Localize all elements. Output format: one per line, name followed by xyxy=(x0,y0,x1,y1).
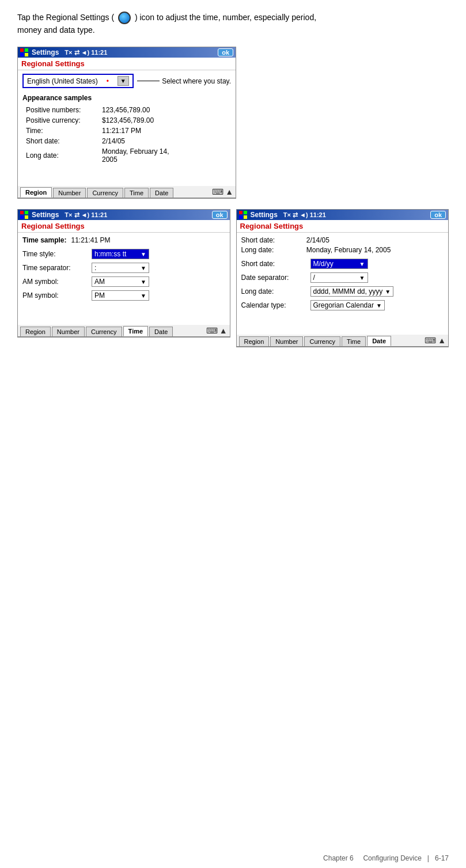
intro-paragraph: Tap the Regional Settings ( ) icon to ad… xyxy=(17,12,449,36)
long-date-sample-label: Long date: xyxy=(241,246,305,254)
am-symbol-dropdown[interactable]: AM ▼ xyxy=(92,276,149,287)
time-window: Settings T× ⇄ ◄) 11:21 ok Regional Setti… xyxy=(17,209,230,338)
calendar-type-dropdown[interactable]: Gregorian Calendar ▼ xyxy=(310,300,385,310)
val-long-date: Monday, February 14,2005 xyxy=(100,147,230,164)
tab-currency[interactable]: Currency xyxy=(87,188,123,198)
time-sep-dropdown[interactable]: : ▼ xyxy=(92,263,149,273)
keyboard-icon3[interactable]: ⌨ xyxy=(425,336,436,345)
label-time: Time: xyxy=(24,126,98,135)
svg-rect-1 xyxy=(25,48,28,52)
am-arrow-icon: ▼ xyxy=(141,279,146,285)
am-symbol-value: AM xyxy=(94,278,105,286)
time-style-dropdown[interactable]: h:mm:ss tt ▼ xyxy=(92,249,149,259)
date-tabs-bar: Region Number Currency Time Date ⌨ ▲ xyxy=(237,335,449,347)
time-section-title: Regional Settings xyxy=(18,220,230,233)
bottom-windows: Settings T× ⇄ ◄) 11:21 ok Regional Setti… xyxy=(17,209,449,353)
page-footer: Chapter 6 Configuring Device | 6-17 xyxy=(323,854,449,862)
tab-region[interactable]: Region xyxy=(20,187,52,198)
svg-rect-5 xyxy=(25,211,28,214)
time-style-value: h:mm:ss tt xyxy=(94,250,126,258)
keyboard-icon2[interactable]: ⌨ xyxy=(206,326,218,335)
up-icon2[interactable]: ▲ xyxy=(219,326,228,335)
windows-logo xyxy=(20,48,28,56)
short-date-dropdown[interactable]: M/d/yy ▼ xyxy=(310,259,368,269)
svg-rect-3 xyxy=(25,53,28,56)
val-short-date: 2/14/05 xyxy=(100,137,230,146)
svg-rect-8 xyxy=(239,211,243,214)
short-date-sample-value: 2/14/05 xyxy=(306,236,329,244)
annotation-text: Select where you stay. xyxy=(162,77,231,85)
tab-time[interactable]: Time xyxy=(124,188,149,198)
time-style-row: Time style: h:mm:ss tt ▼ xyxy=(22,249,225,259)
date-section-title: Regional Settings xyxy=(237,220,449,233)
tab-date[interactable]: Date xyxy=(150,188,173,198)
up-icon3[interactable]: ▲ xyxy=(438,336,446,345)
time-sep-arrow-icon: ▼ xyxy=(141,265,146,271)
date-content: Short date: 2/14/05 Long date: Monday, F… xyxy=(237,233,449,335)
top-ok-btn[interactable]: ok xyxy=(218,48,233,56)
long-date-field-label: Long date: xyxy=(241,287,310,295)
long-date-dropdown[interactable]: dddd, MMMM dd, yyyy ▼ xyxy=(310,286,394,297)
region-dropdown[interactable]: English (United States) • ▼ xyxy=(22,74,134,88)
annotation-line xyxy=(137,81,160,81)
date-sample-block: Short date: 2/14/05 Long date: Monday, F… xyxy=(241,236,444,254)
date-app-name: Settings xyxy=(251,211,278,219)
time-sep-value: : xyxy=(94,264,96,272)
footer-page-number: | xyxy=(427,854,429,862)
svg-rect-10 xyxy=(239,215,243,219)
calendar-type-value: Gregorian Calendar xyxy=(313,301,374,309)
dropdown-arrow-icon[interactable]: ▼ xyxy=(118,76,129,86)
date-tab-icons: ⌨ ▲ xyxy=(425,336,446,346)
val-positive-numbers: 123,456,789.00 xyxy=(100,105,230,115)
footer-page-title: Configuring Device xyxy=(363,854,421,862)
table-row: Short date: 2/14/05 xyxy=(24,137,230,146)
short-date-sample-label: Short date: xyxy=(241,236,305,244)
long-date-sample-row: Long date: Monday, February 14, 2005 xyxy=(241,246,444,254)
appearance-table: Positive numbers: 123,456,789.00 Positiv… xyxy=(22,104,231,165)
pm-symbol-dropdown[interactable]: PM ▼ xyxy=(92,290,149,301)
time-tab-time[interactable]: Time xyxy=(123,326,148,336)
date-tab-number[interactable]: Number xyxy=(270,336,303,346)
table-row: Time: 11:21:17 PM xyxy=(24,126,230,135)
time-titlebar: Settings T× ⇄ ◄) 11:21 ok xyxy=(18,210,230,220)
time-tabs-bar: Region Number Currency Time Date ⌨ ▲ xyxy=(18,325,230,337)
spacer2 xyxy=(22,304,225,321)
date-tab-time[interactable]: Time xyxy=(342,336,366,346)
time-sample-label: Time sample: xyxy=(22,236,66,244)
date-ok-btn[interactable]: ok xyxy=(430,211,446,219)
top-app-name: Settings xyxy=(32,48,59,56)
svg-rect-2 xyxy=(20,53,24,56)
top-section-title: Regional Settings xyxy=(18,58,236,70)
time-sample-row: Time sample: 11:21:41 PM xyxy=(22,236,225,244)
top-window: Settings T× ⇄ ◄) 11:21 ok Regional Setti… xyxy=(17,47,236,199)
time-tab-currency[interactable]: Currency xyxy=(86,327,122,336)
date-tab-currency[interactable]: Currency xyxy=(304,336,340,346)
date-sep-arrow-icon: ▼ xyxy=(359,275,365,281)
label-positive-numbers: Positive numbers: xyxy=(24,105,98,115)
time-tab-date[interactable]: Date xyxy=(149,327,173,336)
time-app-name: Settings xyxy=(32,211,59,219)
time-title-icons: T× ⇄ ◄) 11:21 xyxy=(65,211,107,219)
date-window: Settings T× ⇄ ◄) 11:21 ok Regional Setti… xyxy=(236,209,449,347)
bottom-left-col: Settings T× ⇄ ◄) 11:21 ok Regional Setti… xyxy=(17,209,230,353)
up-icon[interactable]: ▲ xyxy=(225,187,233,196)
pm-arrow-icon: ▼ xyxy=(141,293,146,299)
short-date-value: M/d/yy xyxy=(313,260,334,268)
tab-number[interactable]: Number xyxy=(53,188,86,198)
keyboard-icon[interactable]: ⌨ xyxy=(212,187,223,196)
date-tab-date[interactable]: Date xyxy=(367,336,391,346)
spacer3 xyxy=(241,314,444,331)
date-sep-field-row: Date separator: / ▼ xyxy=(241,272,444,283)
long-date-value: dddd, MMMM dd, yyyy xyxy=(313,287,383,295)
date-sep-dropdown[interactable]: / ▼ xyxy=(310,272,368,283)
svg-rect-0 xyxy=(20,48,24,52)
val-time: 11:21:17 PM xyxy=(100,126,230,135)
windows-logo-time xyxy=(20,211,28,219)
time-tab-number[interactable]: Number xyxy=(52,327,85,336)
label-positive-currency: Positive currency: xyxy=(24,116,98,125)
time-tab-region[interactable]: Region xyxy=(20,327,51,336)
time-ok-btn[interactable]: ok xyxy=(212,211,228,219)
date-tab-region[interactable]: Region xyxy=(239,336,270,346)
svg-rect-7 xyxy=(25,215,28,219)
short-date-field-row: Short date: M/d/yy ▼ xyxy=(241,259,444,269)
